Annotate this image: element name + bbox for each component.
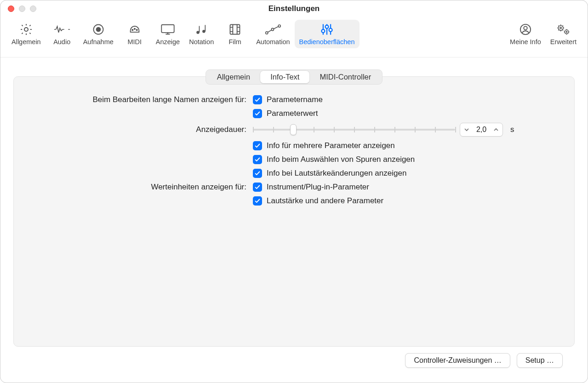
record-icon bbox=[89, 22, 108, 37]
tab-info-text[interactable]: Info-Text bbox=[260, 71, 309, 83]
toolbar-item-allgemein[interactable]: Allgemein bbox=[7, 20, 46, 48]
slider-knob[interactable] bbox=[290, 124, 297, 135]
zoom-window-button[interactable] bbox=[30, 6, 36, 12]
toolbar-item-label: MIDI bbox=[127, 38, 142, 46]
preferences-window: Einstellungen Allgemein Audio Aufnahme bbox=[0, 0, 588, 383]
toolbar-item-anzeige[interactable]: Anzeige bbox=[151, 20, 184, 48]
automation-icon bbox=[264, 22, 282, 37]
checkbox-info-volume[interactable] bbox=[253, 169, 262, 178]
svg-point-17 bbox=[329, 29, 332, 32]
checkbox-label: Parameterwert bbox=[267, 109, 318, 118]
checkbox-info-select-tracks[interactable] bbox=[253, 155, 262, 164]
toolbar-item-bedienoberflaechen[interactable]: Bedienoberflächen bbox=[295, 20, 360, 48]
sub-tabs: Allgemein Info-Text MIDI-Controller bbox=[206, 69, 383, 85]
sliders-icon bbox=[318, 22, 336, 37]
svg-rect-10 bbox=[205, 25, 206, 31]
window-title: Einstellungen bbox=[0, 4, 588, 13]
svg-point-14 bbox=[278, 25, 280, 27]
svg-point-4 bbox=[134, 29, 135, 29]
check-icon bbox=[254, 198, 261, 204]
titlebar: Einstellungen bbox=[0, 0, 588, 17]
svg-rect-6 bbox=[161, 25, 174, 33]
checkbox-parametername[interactable] bbox=[253, 95, 262, 104]
svg-rect-9 bbox=[199, 26, 200, 33]
gear-icon bbox=[17, 22, 35, 37]
minimize-window-button[interactable] bbox=[19, 6, 25, 12]
display-icon bbox=[159, 22, 177, 37]
toolbar-item-label: Aufnahme bbox=[83, 38, 114, 46]
content-area: Allgemein Info-Text MIDI-Controller Beim… bbox=[0, 57, 588, 383]
toolbar-item-aufnahme[interactable]: Aufnahme bbox=[79, 20, 118, 48]
window-controls bbox=[8, 6, 36, 12]
toolbar-item-film[interactable]: Film bbox=[218, 20, 251, 48]
settings-panel: Beim Bearbeiten lange Namen anzeigen für… bbox=[13, 76, 575, 347]
checkbox-label: Info bei Lautstärkeänderungen anzeigen bbox=[267, 169, 406, 178]
chevron-up-icon bbox=[493, 127, 499, 132]
long-names-label: Beim Bearbeiten lange Namen anzeigen für… bbox=[30, 95, 246, 104]
midi-icon bbox=[126, 22, 144, 37]
toolbar-item-erweitert[interactable]: Erweitert bbox=[546, 20, 581, 48]
check-icon bbox=[254, 97, 261, 103]
tab-midi-controller[interactable]: MIDI-Controller bbox=[309, 71, 381, 83]
value-units-label: Werteinheiten anzeigen für: bbox=[30, 183, 246, 192]
svg-point-3 bbox=[132, 29, 133, 30]
svg-point-0 bbox=[24, 28, 28, 31]
checkbox-info-multiple[interactable] bbox=[253, 141, 262, 150]
svg-point-16 bbox=[325, 25, 329, 29]
toolbar-item-label: Erweitert bbox=[550, 38, 577, 46]
toolbar-item-label: Anzeige bbox=[156, 38, 180, 46]
waveform-icon bbox=[53, 22, 71, 37]
svg-point-2 bbox=[96, 28, 100, 32]
toolbar-item-audio[interactable]: Audio bbox=[46, 20, 79, 48]
toolbar-item-meine-info[interactable]: Meine Info bbox=[505, 20, 546, 48]
svg-point-13 bbox=[271, 28, 274, 30]
duration-unit: s bbox=[510, 125, 514, 134]
toolbar-item-label: Film bbox=[229, 38, 241, 46]
toolbar-item-automation[interactable]: Automation bbox=[251, 20, 294, 48]
controller-assignments-button[interactable]: Controller-Zuweisungen … bbox=[405, 353, 510, 368]
stepper-value: 2,0 bbox=[471, 126, 491, 134]
svg-point-20 bbox=[559, 25, 564, 30]
film-icon bbox=[226, 22, 244, 37]
toolbar-item-notation[interactable]: Notation bbox=[184, 20, 218, 48]
setup-button[interactable]: Setup … bbox=[517, 353, 563, 368]
toolbar-item-label: Audio bbox=[53, 38, 70, 46]
checkbox-label: Info für mehrere Parameter anzeigen bbox=[267, 141, 395, 150]
toolbar-item-midi[interactable]: MIDI bbox=[118, 20, 151, 48]
check-icon bbox=[254, 110, 261, 117]
checkbox-volume-other[interactable] bbox=[253, 196, 262, 206]
svg-point-5 bbox=[136, 29, 137, 30]
notes-icon bbox=[192, 22, 211, 37]
stepper-down[interactable] bbox=[462, 127, 471, 132]
display-duration-stepper[interactable]: 2,0 bbox=[460, 123, 503, 137]
check-icon bbox=[254, 156, 261, 163]
toolbar-item-label: Meine Info bbox=[510, 38, 541, 46]
stepper-up[interactable] bbox=[491, 127, 501, 132]
checkbox-label: Info beim Auswählen von Spuren anzeigen bbox=[267, 155, 415, 164]
checkbox-parameterwert[interactable] bbox=[253, 109, 262, 118]
svg-point-15 bbox=[321, 29, 325, 33]
toolbar-item-label: Bedienoberflächen bbox=[299, 38, 355, 46]
check-icon bbox=[254, 170, 261, 177]
tab-allgemein[interactable]: Allgemein bbox=[207, 71, 260, 83]
display-duration-slider[interactable] bbox=[253, 124, 455, 135]
checkbox-instrument-plugin[interactable] bbox=[253, 183, 262, 192]
gears-icon bbox=[554, 22, 572, 37]
check-icon bbox=[254, 184, 261, 190]
display-duration-label: Anzeigedauer: bbox=[30, 125, 246, 134]
svg-point-12 bbox=[266, 32, 268, 34]
toolbar-item-label: Notation bbox=[189, 38, 214, 46]
toolbar-item-label: Automation bbox=[256, 38, 290, 46]
checkbox-label: Instrument/Plug-in-Parameter bbox=[267, 183, 369, 192]
svg-point-21 bbox=[560, 27, 561, 29]
checkbox-label: Lautstärke und andere Parameter bbox=[267, 196, 383, 206]
preferences-toolbar: Allgemein Audio Aufnahme MIDI Anzeige bbox=[0, 17, 588, 57]
chevron-down-icon bbox=[464, 127, 469, 132]
svg-point-23 bbox=[566, 31, 568, 33]
svg-point-19 bbox=[524, 26, 527, 29]
user-icon bbox=[516, 22, 535, 37]
checkbox-label: Parametername bbox=[267, 95, 323, 104]
footer-buttons: Controller-Zuweisungen … Setup … bbox=[13, 347, 575, 376]
svg-point-22 bbox=[565, 30, 569, 34]
close-window-button[interactable] bbox=[8, 6, 14, 12]
